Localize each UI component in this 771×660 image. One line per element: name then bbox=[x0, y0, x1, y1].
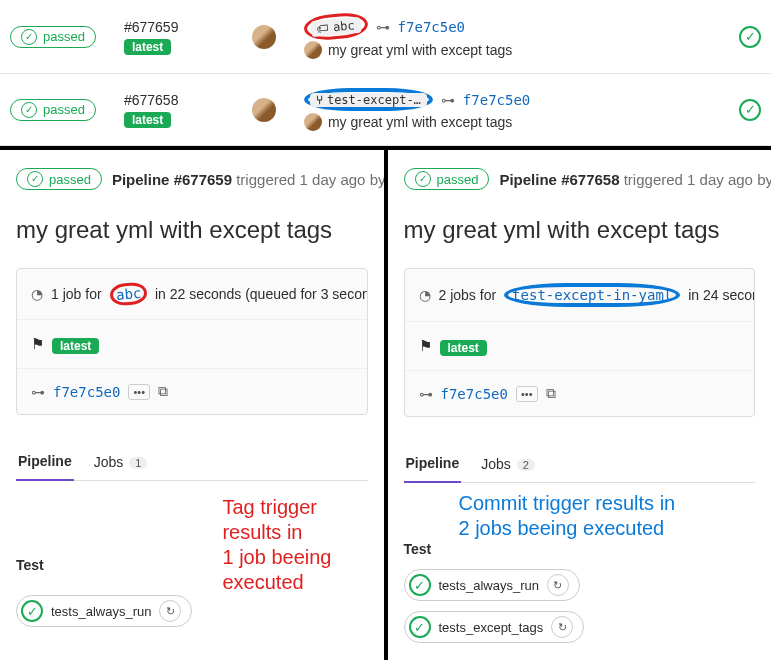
status-badge[interactable]: ✓ passed bbox=[10, 99, 96, 121]
info-card: ◔ 1 job for abc in 22 seconds (queued fo… bbox=[16, 268, 368, 415]
pipeline-heading: Pipeline #677658 triggered 1 day ago by bbox=[499, 171, 771, 188]
job-pill[interactable]: ✓ tests_always_run ↻ bbox=[16, 595, 192, 627]
commit-link[interactable]: f7e7c5e0 bbox=[53, 384, 120, 400]
branch-icon: ⑂ bbox=[316, 94, 323, 106]
status-badge[interactable]: ✓ passed bbox=[10, 26, 96, 48]
check-icon: ✓ bbox=[415, 171, 431, 187]
status-badge[interactable]: ✓ passed bbox=[16, 168, 102, 190]
job-summary-post: in 22 seconds (queued for 3 seconds) bbox=[155, 286, 367, 302]
flag-icon: ⚑ bbox=[31, 335, 44, 353]
clock-icon: ◔ bbox=[31, 286, 43, 302]
clock-icon: ◔ bbox=[419, 287, 431, 303]
pipeline-heading: Pipeline #677659 triggered 1 day ago by bbox=[112, 171, 386, 188]
retry-icon[interactable]: ↻ bbox=[551, 616, 573, 638]
pipeline-id-link[interactable]: #677659 bbox=[124, 19, 224, 35]
branch-ref-pill[interactable]: ⑂ test-except-… bbox=[310, 93, 427, 107]
commit-link[interactable]: f7e7c5e0 bbox=[398, 19, 465, 35]
commit-icon: ⊶ bbox=[441, 92, 455, 108]
pipeline-list-row: ✓ passed #677659 latest 🏷 abc ⊶ f7e7c5e0… bbox=[0, 0, 771, 74]
ref-name: abc bbox=[332, 18, 355, 34]
commit-message[interactable]: my great yml with except tags bbox=[328, 42, 512, 58]
avatar[interactable] bbox=[252, 98, 276, 122]
retry-icon[interactable]: ↻ bbox=[547, 574, 569, 596]
tabs: Pipeline Jobs 1 bbox=[16, 443, 368, 481]
stage-status-icon[interactable]: ✓ bbox=[739, 99, 761, 121]
ref-column: 🏷 abc ⊶ f7e7c5e0 my great yml with excep… bbox=[304, 14, 711, 59]
ref-link[interactable]: test-except-in-yaml bbox=[512, 287, 672, 303]
commit-message[interactable]: my great yml with except tags bbox=[328, 114, 512, 130]
ref-column: ⑂ test-except-… ⊶ f7e7c5e0 my great yml … bbox=[304, 88, 711, 131]
copy-icon[interactable]: ⧉ bbox=[158, 383, 168, 400]
id-column: #677658 latest bbox=[124, 92, 224, 128]
stage-name: Test bbox=[16, 557, 192, 573]
annotation: Commit trigger results in 2 jobs beeing … bbox=[404, 491, 756, 541]
commit-icon: ⊶ bbox=[376, 19, 390, 35]
job-summary-post: in 24 seconds (queue bbox=[688, 287, 754, 303]
avatar bbox=[304, 113, 322, 131]
ref-link[interactable]: abc bbox=[115, 285, 142, 303]
check-icon: ✓ bbox=[21, 29, 37, 45]
tab-pipeline[interactable]: Pipeline bbox=[404, 445, 462, 483]
status-text: passed bbox=[43, 102, 85, 117]
latest-badge: latest bbox=[124, 39, 171, 55]
status-text: passed bbox=[43, 29, 85, 44]
flag-icon: ⚑ bbox=[419, 337, 432, 355]
latest-badge: latest bbox=[52, 338, 99, 354]
pipeline-list-row: ✓ passed #677658 latest ⑂ test-except-… … bbox=[0, 74, 771, 146]
tab-jobs[interactable]: Jobs 1 bbox=[92, 444, 150, 480]
annotation: Tag trigger results in 1 job beeing exec… bbox=[222, 495, 367, 595]
tabs: Pipeline Jobs 2 bbox=[404, 445, 756, 483]
info-card: ◔ 2 jobs for test-except-in-yaml in 24 s… bbox=[404, 268, 756, 417]
tab-jobs[interactable]: Jobs 2 bbox=[479, 446, 537, 482]
jobs-count: 2 bbox=[517, 459, 535, 471]
tag-ref-pill[interactable]: 🏷 abc bbox=[310, 17, 361, 37]
panel-right: ✓ passed Pipeline #677658 triggered 1 da… bbox=[388, 150, 772, 660]
stage-name: Test bbox=[404, 541, 756, 557]
tag-icon: 🏷 bbox=[316, 21, 329, 36]
expand-button[interactable]: ••• bbox=[128, 384, 150, 400]
latest-badge: latest bbox=[124, 112, 171, 128]
avatar[interactable] bbox=[252, 25, 276, 49]
panel-left: ✓ passed Pipeline #677659 triggered 1 da… bbox=[0, 150, 388, 660]
tab-pipeline[interactable]: Pipeline bbox=[16, 443, 74, 481]
ref-name: test-except-… bbox=[327, 94, 421, 106]
job-pill[interactable]: ✓ tests_except_tags ↻ bbox=[404, 611, 585, 643]
job-name: tests_except_tags bbox=[439, 620, 544, 635]
commit-icon: ⊶ bbox=[419, 386, 433, 402]
pipeline-id-link[interactable]: #677658 bbox=[124, 92, 224, 108]
check-icon: ✓ bbox=[409, 616, 431, 638]
avatar bbox=[304, 41, 322, 59]
check-icon: ✓ bbox=[409, 574, 431, 596]
latest-badge: latest bbox=[440, 340, 487, 356]
id-column: #677659 latest bbox=[124, 19, 224, 55]
expand-button[interactable]: ••• bbox=[516, 386, 538, 402]
job-name: tests_always_run bbox=[51, 604, 151, 619]
status-text: passed bbox=[437, 172, 479, 187]
status-badge[interactable]: ✓ passed bbox=[404, 168, 490, 190]
job-summary-pre: 2 jobs for bbox=[439, 287, 497, 303]
copy-icon[interactable]: ⧉ bbox=[546, 385, 556, 402]
check-icon: ✓ bbox=[21, 600, 43, 622]
page-title: my great yml with except tags bbox=[16, 216, 368, 244]
job-name: tests_always_run bbox=[439, 578, 539, 593]
commit-icon: ⊶ bbox=[31, 384, 45, 400]
jobs-count: 1 bbox=[129, 457, 147, 469]
commit-link[interactable]: f7e7c5e0 bbox=[463, 92, 530, 108]
stage-status-icon[interactable]: ✓ bbox=[739, 26, 761, 48]
page-title: my great yml with except tags bbox=[404, 216, 756, 244]
job-summary-pre: 1 job for bbox=[51, 286, 102, 302]
job-pill[interactable]: ✓ tests_always_run ↻ bbox=[404, 569, 580, 601]
retry-icon[interactable]: ↻ bbox=[159, 600, 181, 622]
commit-link[interactable]: f7e7c5e0 bbox=[441, 386, 508, 402]
status-text: passed bbox=[49, 172, 91, 187]
check-icon: ✓ bbox=[21, 102, 37, 118]
check-icon: ✓ bbox=[27, 171, 43, 187]
